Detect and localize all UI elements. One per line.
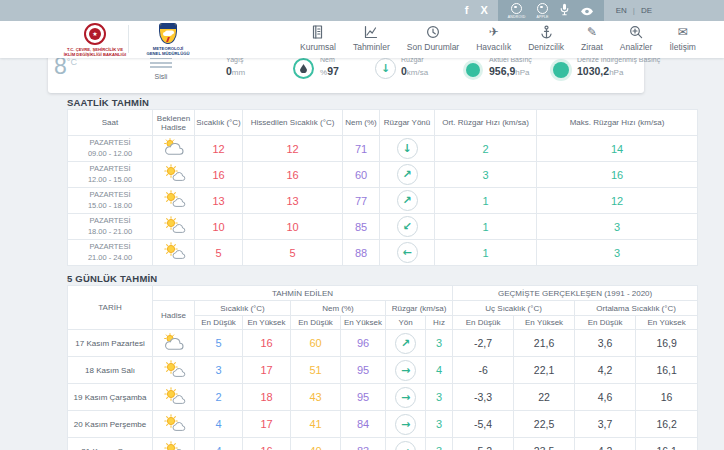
- tmax-cell: 16: [243, 438, 291, 450]
- corporate-icon: [311, 25, 324, 39]
- nav-item-kurumsal[interactable]: Kurumsal: [300, 25, 336, 52]
- apple-app-icon[interactable]: APPLE: [536, 3, 548, 19]
- condition-cell: [153, 240, 195, 266]
- wind-max-cell: 3: [537, 240, 698, 266]
- wind-dir-cell: →: [386, 384, 426, 411]
- col-sicaklik: Sıcaklık (°C): [195, 110, 243, 136]
- sunny-cloud-icon: [162, 164, 186, 181]
- tmax-cell: 18: [243, 384, 291, 411]
- wind-max-cell: 3: [537, 214, 698, 240]
- nav-item-analizler[interactable]: Analizler: [620, 25, 653, 52]
- top-bar: f X ANDROID APPLE EN | DE: [0, 0, 724, 21]
- col-ext-max: En Yüksek: [514, 316, 575, 330]
- col-hissedilen: Hissedilen Sıcaklık (°C): [243, 110, 343, 136]
- condition-cell: [153, 188, 195, 214]
- ext-max-cell: 22,1: [514, 357, 575, 384]
- facebook-icon[interactable]: f: [465, 0, 469, 21]
- precipitation-metric: Yağış 0mm: [226, 56, 245, 79]
- wind-speed-cell: 3: [426, 384, 453, 411]
- humidity-icon: [293, 58, 314, 79]
- wind-avg-cell: 3: [435, 162, 537, 188]
- logo-divider: [128, 25, 129, 53]
- lang-en-link[interactable]: EN: [616, 6, 627, 15]
- tmin-cell: 2: [195, 384, 243, 411]
- temp-cell: 10: [195, 214, 243, 240]
- avg-min-cell: 4,2: [575, 438, 636, 450]
- feels-cell: 12: [243, 136, 343, 162]
- hmax-cell: 84: [341, 411, 386, 438]
- hourly-row: PAZARTESİ18.00 - 21.00 10 10 85 ↙ 1 3: [68, 214, 698, 240]
- ext-min-cell: -5,2: [453, 438, 514, 450]
- avg-min-cell: 3,7: [575, 411, 636, 438]
- col-wind-speed: Hız: [426, 316, 453, 330]
- android-app-icon[interactable]: ANDROID: [508, 3, 526, 19]
- current-condition: Sisli: [148, 57, 174, 80]
- wind-direction-icon: →: [395, 387, 416, 408]
- date-cell: 20 Kasım Perşembe: [68, 411, 153, 438]
- avg-max-cell: 16,2: [636, 411, 698, 438]
- nav-item-son-durumlar[interactable]: Son Durumlar: [407, 25, 459, 52]
- hmax-cell: 95: [341, 357, 386, 384]
- wind-direction-icon: →: [395, 441, 416, 450]
- ext-max-cell: 22: [514, 384, 575, 411]
- actual-pressure-metric: Aktüel Basınç 956,9hPa: [489, 56, 532, 79]
- nav-item-tahminler[interactable]: Tahminler: [353, 25, 390, 52]
- daily-row: 20 Kasım Perşembe 4 17 41 84 → 3 -5,4 22…: [68, 411, 698, 438]
- col-beklenen-hadise: Beklenen Hadise: [153, 110, 195, 136]
- agriculture-icon: ✎: [587, 25, 597, 39]
- sunny-cloud-icon: [162, 360, 186, 377]
- col-wind-dir: Yön: [386, 316, 426, 330]
- hourly-row: PAZARTESİ09.00 - 12.00 12 12 71 ↓ 2 14: [68, 136, 698, 162]
- sunny-cloud-icon: [162, 190, 186, 207]
- accessibility-eye-icon[interactable]: [580, 2, 594, 20]
- nav-item-havacilik[interactable]: ✈ Havacılık: [476, 25, 511, 52]
- wind-avg-cell: 1: [435, 240, 537, 266]
- ext-min-cell: -5,4: [453, 411, 514, 438]
- microphone-icon[interactable]: [560, 2, 569, 20]
- time-slot: PAZARTESİ18.00 - 21.00: [68, 214, 153, 240]
- avg-max-cell: 16,1: [636, 357, 698, 384]
- wind-dir-cell: ↗: [386, 330, 426, 357]
- topbar-tools-panel: ANDROID APPLE: [498, 0, 604, 21]
- daily-row: 19 Kasım Çarşamba 2 18 43 95 → 3 -3,3 22…: [68, 384, 698, 411]
- contact-icon: ✉: [678, 25, 688, 39]
- daily-section-title: 5 GÜNLÜK TAHMİN: [67, 273, 157, 284]
- wind-dir-cell: →: [386, 438, 426, 450]
- avg-min-cell: 3,6: [575, 330, 636, 357]
- main-navigation: Kurumsal Tahminler Son Durumlar ✈ Havacı…: [300, 25, 696, 52]
- x-twitter-icon[interactable]: X: [480, 0, 487, 21]
- wind-max-cell: 16: [537, 162, 698, 188]
- ministry-logo[interactable]: ★ T.C. ÇEVRE, ŞEHİRCİLİK VE İKLİM DEĞİŞİ…: [57, 23, 133, 58]
- col-wind-group: Rüzgar (km/sa): [386, 301, 453, 316]
- app-badge-icon: [511, 3, 522, 14]
- mgm-logo[interactable]: METEOROLOJİ GENEL MÜDÜRLÜĞÜ: [139, 23, 197, 57]
- forecast-chart-icon: [364, 25, 378, 39]
- daily-forecast-table: TARİH TAHMİN EDİLEN GEÇMİŞTE GERÇEKLEŞEN…: [67, 285, 698, 450]
- tmin-cell: 4: [195, 411, 243, 438]
- group-forecast: TAHMİN EDİLEN: [153, 286, 453, 301]
- pressure-dot-icon: [466, 63, 480, 77]
- ext-min-cell: -3,3: [453, 384, 514, 411]
- wind-dir-cell: ↗: [380, 188, 435, 214]
- nav-item-denizcilik[interactable]: Denizcilik: [528, 25, 564, 52]
- tmin-cell: 4: [195, 438, 243, 450]
- nav-item-ziraat[interactable]: ✎ Ziraat: [581, 25, 603, 52]
- wind-max-cell: 14: [537, 136, 698, 162]
- condition-cell: [153, 357, 195, 384]
- humidity-cell: 60: [343, 162, 380, 188]
- col-temp-min: En Düşük: [195, 316, 243, 330]
- hourly-row: PAZARTESİ12.00 - 15.00 16 16 60 ↗ 3 16: [68, 162, 698, 188]
- condition-cell: [153, 214, 195, 240]
- nav-item-iletisim[interactable]: ✉ İletişim: [669, 25, 695, 52]
- marine-icon: [540, 25, 553, 39]
- wind-dir-cell: ↙: [380, 214, 435, 240]
- humidity-cell: 71: [343, 136, 380, 162]
- language-switcher: EN | DE: [616, 6, 652, 15]
- sunny-cloud-icon: [162, 441, 186, 450]
- tmax-cell: 16: [243, 330, 291, 357]
- latest-conditions-icon: [426, 25, 440, 39]
- humidity-cell: 85: [343, 214, 380, 240]
- lang-de-link[interactable]: DE: [641, 6, 652, 15]
- hmin-cell: 51: [291, 357, 341, 384]
- condition-cell: [153, 438, 195, 450]
